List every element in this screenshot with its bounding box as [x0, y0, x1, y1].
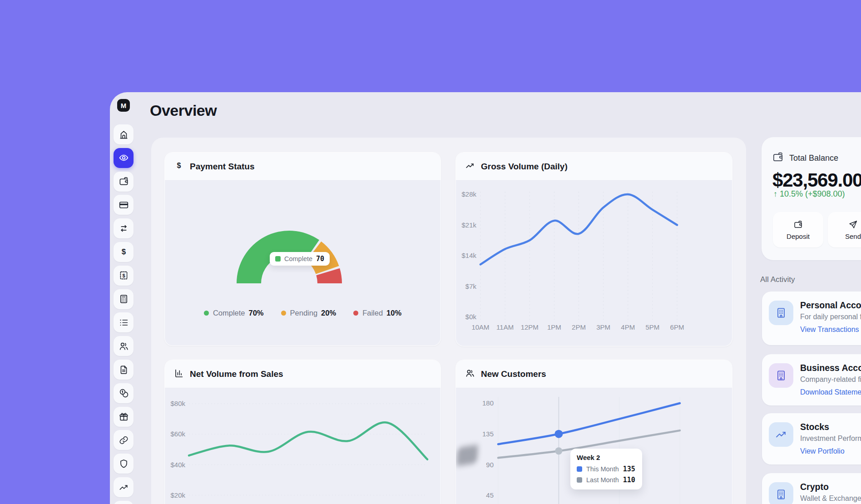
- blurred-artifact: [456, 445, 478, 466]
- gauge-slice-failed: [316, 268, 342, 283]
- sidebar-item-cards[interactable]: [114, 195, 134, 215]
- sidebar-item-wallet[interactable]: [114, 172, 134, 192]
- x-tick-label: 5PM: [645, 323, 659, 331]
- highlight-dot-this-month: [554, 430, 563, 438]
- series-line: [189, 422, 427, 459]
- gauge-tooltip: Complete 70: [270, 252, 330, 266]
- users-icon: [465, 368, 475, 378]
- link-icon: [119, 435, 129, 445]
- tooltip-series-label: Last Month: [586, 476, 619, 484]
- payment-status-card: $ Payment Status Complete 70 Complete70%…: [164, 152, 441, 346]
- sidebar-item-transfers[interactable]: [114, 218, 134, 238]
- send-button[interactable]: Send: [828, 212, 861, 247]
- action-label: Deposit: [787, 232, 810, 240]
- x-tick-label: 4PM: [621, 323, 635, 331]
- activity-subtitle: Wallet & Exchange: [800, 494, 861, 503]
- sidebar-item-links[interactable]: [114, 430, 134, 450]
- action-label: Send: [845, 232, 861, 240]
- wallet-icon: [793, 220, 803, 229]
- activity-title: Stocks: [800, 422, 829, 432]
- series-swatch: [577, 477, 582, 483]
- activity-link[interactable]: View Transactions: [800, 326, 859, 334]
- coins-icon: [119, 388, 129, 398]
- svg-text:$: $: [177, 161, 181, 169]
- legend-label: Pending: [290, 309, 318, 317]
- legend-dot: [204, 311, 209, 316]
- activity-title: Crypto: [800, 482, 829, 492]
- page-title: Overview: [150, 102, 217, 119]
- list-icon: [119, 317, 129, 328]
- y-tick-label: $80k: [170, 400, 185, 407]
- sidebar-item-invoices[interactable]: $: [114, 266, 134, 286]
- legend-value: 10%: [386, 309, 401, 317]
- users-icon: [465, 368, 475, 380]
- sidebar-item-customers[interactable]: [114, 336, 134, 356]
- sidebar-item-list[interactable]: [114, 312, 134, 332]
- arrows-swap-icon: [119, 223, 129, 234]
- y-tick-label: $40k: [170, 461, 185, 469]
- activity-icon-tile: [769, 482, 793, 504]
- tooltip-series-label: This Month: [586, 465, 619, 473]
- tooltip-title: Week 2: [577, 454, 636, 461]
- y-tick-label: 90: [486, 461, 494, 469]
- bar-chart-icon: [174, 368, 184, 378]
- sidebar-item-calculator[interactable]: [114, 289, 134, 309]
- legend-value: 70%: [249, 309, 264, 317]
- sidebar-item-home[interactable]: [114, 124, 134, 144]
- trending-up-icon: [465, 161, 475, 171]
- svg-text:$: $: [121, 247, 126, 256]
- credit-card-icon: [119, 200, 129, 210]
- legend-item-failed: Failed10%: [353, 309, 401, 317]
- sidebar-item-payments[interactable]: $: [114, 242, 134, 262]
- trending-up-icon: [465, 161, 475, 173]
- sidebar-item-overview[interactable]: [114, 148, 134, 168]
- sidebar-item-security[interactable]: [114, 454, 134, 474]
- sidebar-item-documents[interactable]: [114, 360, 134, 380]
- trending-up-icon: [119, 482, 129, 493]
- activity-link[interactable]: View Portfolio: [800, 447, 845, 455]
- sidebar-item-devices[interactable]: [114, 501, 134, 504]
- legend-item-complete: Complete70%: [204, 309, 264, 317]
- wallet-icon: [119, 176, 129, 187]
- y-tick-label: 180: [482, 399, 494, 407]
- card-title: Payment Status: [190, 162, 255, 172]
- sidebar-item-coins[interactable]: [114, 383, 134, 403]
- payment-status-header: $ Payment Status: [165, 153, 440, 181]
- tooltip-series-value: 110: [623, 476, 635, 484]
- balance-change: ↑ 10.5% (+$908.00): [773, 189, 845, 199]
- new-customers-card: New Customers 1801359045 Week 2 This Mon…: [455, 360, 732, 504]
- total-balance-card: Total Balance $23,569.00 ↑ 10.5% (+$908.…: [762, 137, 861, 260]
- wallet-icon: [772, 151, 784, 163]
- deposit-button[interactable]: Deposit: [773, 212, 823, 247]
- sidebar-item-rewards[interactable]: [114, 407, 134, 427]
- gross-volume-card: Gross Volume (Daily) $28k$21k$14k$7k$0k1…: [455, 152, 732, 346]
- trending-up-icon: [775, 428, 787, 441]
- dollar-sign-icon: $: [119, 247, 129, 257]
- activity-card-business-account[interactable]: Business AccountCompany-related finances…: [762, 354, 861, 405]
- x-tick-label: 11AM: [496, 323, 514, 331]
- x-tick-label: 2PM: [572, 323, 586, 331]
- y-tick-label: $14k: [461, 252, 476, 259]
- activity-card-personal-account[interactable]: Personal AccountFor daily personal finan…: [762, 292, 861, 345]
- activity-card-stocks[interactable]: StocksInvestment PerformanceView Portfol…: [762, 413, 861, 464]
- balance-label: Total Balance: [789, 153, 838, 163]
- activity-icon-tile: [769, 422, 793, 447]
- complete-swatch: [275, 256, 281, 262]
- tooltip-row: This Month135: [577, 465, 636, 473]
- receipt-icon: $: [119, 270, 129, 281]
- activity-card-crypto[interactable]: CryptoWallet & Exchange: [762, 473, 861, 504]
- series-line: [480, 194, 677, 264]
- x-tick-label: 1PM: [547, 323, 561, 331]
- activity-subtitle: Company-related finances: [800, 376, 861, 384]
- activity-link[interactable]: Download Statement: [800, 388, 861, 396]
- tooltip-label: Complete: [284, 255, 312, 262]
- dollar-sign-icon: $: [174, 161, 184, 171]
- sidebar-item-analytics[interactable]: [114, 477, 134, 497]
- y-tick-label: $7k: [465, 282, 477, 290]
- building-icon: [775, 369, 787, 382]
- users-icon: [119, 341, 129, 351]
- highlight-dot-last-month: [555, 447, 562, 455]
- file-text-icon: [119, 365, 129, 375]
- card-title: Gross Volume (Daily): [481, 162, 568, 172]
- y-tick-label: $20k: [170, 491, 185, 499]
